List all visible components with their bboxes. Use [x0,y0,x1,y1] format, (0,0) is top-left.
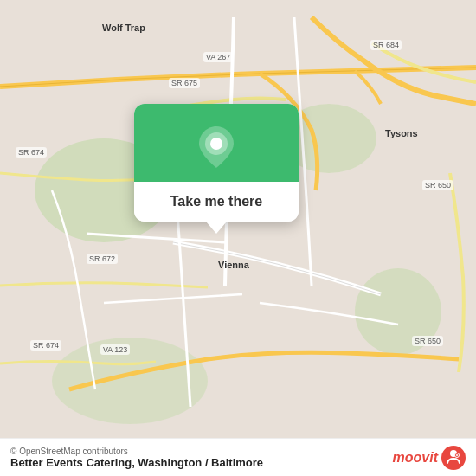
location-label: Better Events Catering, Washington / Bal… [10,456,263,469]
map-svg [0,0,476,476]
place-label-wolf-trap: Wolf Trap [102,23,145,33]
svg-point-9 [456,454,458,456]
location-popup: Take me there [134,104,299,222]
place-label-vienna: Vienna [218,260,249,270]
road-label-sr674-top: SR 674 [16,147,47,158]
osm-credit: © OpenStreetMap contributors [10,447,263,456]
map-container: VA 267 SR 675 SR 684 SR 674 SR 674 SR 67… [0,0,476,476]
popup-header [134,104,299,182]
road-label-sr650-top: SR 650 [422,180,453,190]
road-label-va123: VA 123 [100,344,130,355]
place-label-tysons: Tysons [385,128,418,138]
svg-point-6 [210,138,222,150]
moovit-brand-text: moovit [393,450,438,466]
moovit-logo: moovit [393,446,466,470]
location-pin-icon [197,128,235,166]
road-label-sr674-bot: SR 674 [30,340,61,351]
bottom-bar: © OpenStreetMap contributors Better Even… [0,438,476,476]
take-me-there-button[interactable]: Take me there [134,182,299,222]
moovit-icon [441,446,466,470]
popup-tail [206,222,227,234]
road-label-va267: VA 267 [203,52,233,62]
road-label-sr650-bot: SR 650 [412,336,443,346]
road-label-sr684: SR 684 [370,40,402,50]
road-label-sr675: SR 675 [169,78,200,88]
bottom-bar-info: © OpenStreetMap contributors Better Even… [10,447,263,469]
road-label-sr672: SR 672 [87,254,118,264]
